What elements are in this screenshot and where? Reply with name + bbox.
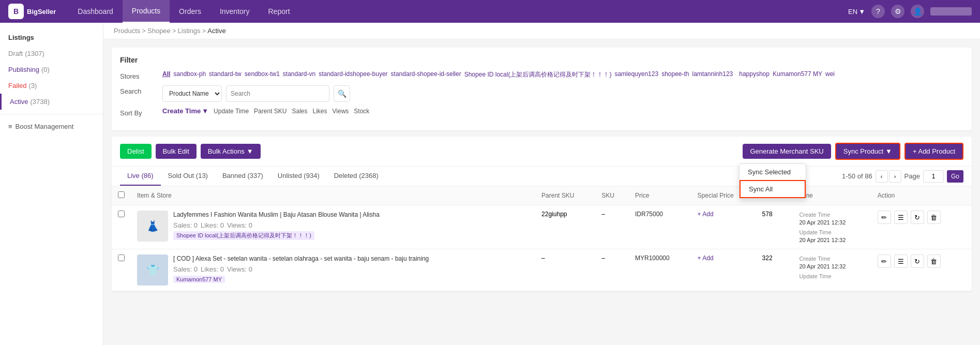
store-shopee-id-local[interactable]: Shopee ID local(上架后调高价格记得及时下架！！！): [464, 70, 612, 79]
generate-sku-button[interactable]: Generate Merchant SKU: [743, 144, 831, 159]
store-samlequyen123[interactable]: samlequyen123: [614, 70, 658, 79]
store-links: All sandbox-ph standard-tw sendbox-tw1 s…: [162, 70, 963, 79]
sidebar-item-publishing[interactable]: Publishing (0): [0, 62, 103, 78]
store-sandbox-ph[interactable]: sandbox-ph: [173, 70, 206, 79]
sku-1: –: [595, 205, 629, 249]
store-standard-tw[interactable]: standard-tw: [209, 70, 242, 79]
list-button-2[interactable]: ☰: [894, 254, 908, 268]
edit-button-2[interactable]: ✏: [878, 254, 891, 268]
store-kumamon577-my[interactable]: Kumamon577 MY: [773, 70, 822, 79]
tab-sold-out[interactable]: Sold Out (13): [161, 167, 215, 186]
product-cell-1: 👗 Ladyfemmes I Fashion Wanita Muslim | B…: [137, 211, 529, 242]
page-label: Page: [904, 172, 920, 180]
product-name-1[interactable]: Ladyfemmes I Fashion Wanita Muslim | Baj…: [173, 211, 529, 219]
sort-stock[interactable]: Stock: [354, 108, 369, 115]
listings-card: Delist Bulk Edit Bulk Actions ▼ Generate…: [112, 137, 972, 291]
store-standard-shopee-id-seller[interactable]: standard-shopee-id-seller: [391, 70, 461, 79]
stores-label: Stores: [120, 70, 156, 80]
sort-update-time[interactable]: Update Time: [214, 108, 249, 115]
sync-button-2[interactable]: ↻: [911, 254, 924, 268]
product-thumbnail-2: 👕: [137, 254, 168, 286]
sync-selected-option[interactable]: Sync Selected: [740, 164, 806, 180]
time-2: Create Time 20 Apr 2021 12:32 Update Tim…: [793, 249, 871, 291]
store-shopee-th[interactable]: shopee-th: [661, 70, 689, 79]
col-price: Price: [629, 186, 691, 205]
store-lamtanninh123[interactable]: lamtanninh123: [692, 70, 733, 79]
store-standard-idshopee-buyer[interactable]: standard-idshopee-buyer: [319, 70, 387, 79]
row-checkbox-2[interactable]: [118, 254, 125, 261]
select-all-checkbox[interactable]: [118, 191, 125, 198]
sync-all-option[interactable]: Sync All: [740, 180, 806, 198]
sort-likes[interactable]: Likes: [313, 108, 327, 115]
nav-inventory[interactable]: Inventory: [210, 0, 259, 23]
next-page-button[interactable]: ›: [889, 170, 901, 183]
nav-right: EN ▼ ? ⚙ 👤: [848, 5, 972, 18]
search-field-select[interactable]: Product Name: [162, 85, 222, 102]
delete-button-1[interactable]: 🗑: [927, 211, 941, 224]
delete-button-2[interactable]: 🗑: [927, 254, 941, 268]
user-icon[interactable]: 👤: [911, 5, 924, 18]
sync-product-button[interactable]: Sync Product ▼: [835, 143, 900, 160]
product-name-2[interactable]: [ COD ] Alexa Set - setelan wanita - set…: [173, 254, 529, 263]
tab-banned[interactable]: Banned (337): [215, 167, 270, 186]
sort-create-time[interactable]: Create Time ▼: [162, 107, 208, 115]
product-table: Item & Store Parent SKU SKU Price Specia…: [112, 186, 972, 291]
help-icon[interactable]: ?: [871, 5, 885, 18]
store-happyshop[interactable]: happyshop: [739, 70, 770, 79]
product-stats-1: Sales: 0 Likes: 0 Views: 0: [173, 221, 529, 229]
price-2: MYR100000: [629, 249, 691, 291]
action-icons-2: ✏ ☰ ↻ 🗑: [878, 254, 966, 268]
search-controls: Product Name 🔍: [162, 85, 350, 102]
sidebar-item-draft[interactable]: Draft (1307): [0, 46, 103, 62]
logo[interactable]: B BigSeller: [8, 4, 56, 19]
sort-sales[interactable]: Sales: [292, 108, 307, 115]
bulk-actions-button[interactable]: Bulk Actions ▼: [201, 144, 261, 159]
page-input[interactable]: [923, 170, 944, 183]
nav-products[interactable]: Products: [123, 0, 170, 23]
list-button-1[interactable]: ☰: [894, 211, 908, 224]
tabs-row: Live (86) Sold Out (13) Banned (337) Unl…: [112, 167, 972, 186]
col-sku: SKU: [595, 186, 629, 205]
settings-icon[interactable]: ⚙: [891, 5, 904, 18]
prev-page-button[interactable]: ‹: [876, 170, 888, 183]
avatar-bar: [930, 7, 972, 16]
sort-parent-sku[interactable]: Parent SKU: [254, 108, 287, 115]
add-product-button[interactable]: + Add Product: [904, 143, 963, 160]
add-special-price-2[interactable]: + Add: [698, 254, 714, 262]
nav-report[interactable]: Report: [259, 0, 299, 23]
sync-button-1[interactable]: ↻: [911, 211, 924, 224]
store-wei[interactable]: wei: [825, 70, 835, 79]
tab-live[interactable]: Live (86): [120, 167, 161, 186]
sidebar-item-failed[interactable]: Failed (3): [0, 78, 103, 94]
row-checkbox-1[interactable]: [118, 211, 125, 217]
store-standard-vn[interactable]: standard-vn: [283, 70, 315, 79]
language-selector[interactable]: EN ▼: [848, 8, 865, 16]
sidebar-boost-management[interactable]: ≡ Boost Management: [0, 118, 103, 134]
go-button[interactable]: Go: [947, 170, 963, 183]
nav-orders[interactable]: Orders: [170, 0, 210, 23]
add-special-price-1[interactable]: + Add: [698, 211, 714, 218]
pagination-nav: ‹ ›: [876, 170, 901, 183]
logo-icon: B: [8, 4, 24, 19]
right-action-buttons: Generate Merchant SKU Sync Product ▼ + A…: [743, 143, 963, 160]
search-input[interactable]: [226, 85, 329, 102]
table-row: 👕 [ COD ] Alexa Set - setelan wanita - s…: [112, 249, 972, 291]
action-icons-1: ✏ ☰ ↻ 🗑: [878, 211, 966, 224]
store-all[interactable]: All: [162, 70, 170, 79]
sidebar-item-active[interactable]: Active (3738): [0, 94, 103, 110]
search-button[interactable]: 🔍: [334, 85, 350, 102]
store-tag-2: Kumamon577 MY: [173, 276, 225, 283]
product-stats-2: Sales: 0 Likes: 0 Views: 0: [173, 265, 529, 273]
nav-dashboard[interactable]: Dashboard: [68, 0, 123, 23]
bulk-edit-button[interactable]: Bulk Edit: [156, 144, 197, 159]
sidebar-listings-title: Listings: [0, 29, 103, 46]
tab-unlisted[interactable]: Unlisted (934): [270, 167, 327, 186]
delist-button[interactable]: Delist: [120, 144, 152, 159]
tab-deleted[interactable]: Deleted (2368): [327, 167, 386, 186]
table-row: 👗 Ladyfemmes I Fashion Wanita Muslim | B…: [112, 205, 972, 249]
breadcrumb: Products > Shopee > Listings > Active: [103, 23, 980, 39]
pagination-info: 1-50 of 86: [842, 172, 872, 180]
store-sendbox-tw1[interactable]: sendbox-tw1: [245, 70, 280, 79]
sort-views[interactable]: Views: [333, 108, 349, 115]
edit-button-1[interactable]: ✏: [878, 211, 891, 224]
